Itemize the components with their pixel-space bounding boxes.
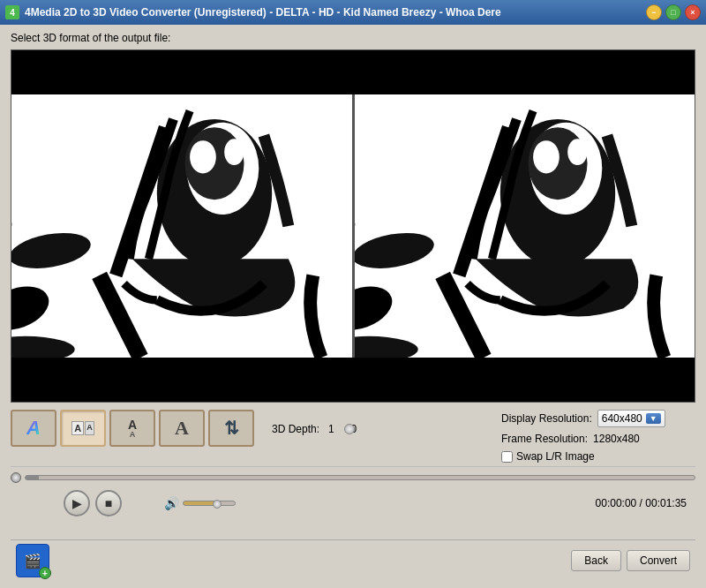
stop-button[interactable]: ■ [95,490,122,516]
swap-lr-label: Swap L/R Image [516,450,595,463]
display-resolution-dropdown[interactable]: 640x480 ▼ [597,410,665,427]
playback-controls: ▶ ■ 🔊 00:00:00 / 00:01:35 [11,486,695,520]
format-buttons-group: A AA A A A [11,410,357,447]
bottom-bar: 🎬 + Back Convert [11,539,695,581]
stop-icon: ■ [105,496,112,510]
format-and-settings: A AA A A A [11,410,695,463]
video-frames [11,94,695,358]
depth-control: 3D Depth: 1 10 [265,423,357,435]
maximize-icon: □ [671,8,675,17]
video-container [11,49,695,403]
volume-icon: 🔊 [164,496,179,510]
frame-resolution-value: 1280x480 [593,433,640,445]
display-resolution-row: Display Resolution: 640x480 ▼ [501,410,692,427]
window-controls: − □ × [646,4,701,20]
film-icon: 🎬 [24,553,41,569]
main-content: Select 3D format of the output file: [0,25,706,588]
play-button[interactable]: ▶ [64,490,90,516]
svg-point-4 [190,140,216,173]
display-resolution-value: 640x480 [602,412,642,425]
format-btn-anaglyph-color[interactable]: A [11,410,56,447]
add-file-button[interactable]: 🎬 + [16,544,49,577]
bottom-black-bar [11,358,695,402]
back-button[interactable]: Back [571,550,621,571]
display-resolution-label: Display Resolution: [501,412,592,425]
format-btn-anaglyph-bw[interactable]: A [159,410,205,447]
anaglyph-bw-icon: A [175,417,189,440]
right-video-frame [352,94,695,358]
minimize-button[interactable]: − [646,4,662,20]
controls-section: A AA A A A [11,403,695,524]
play-icon: ▶ [72,496,82,510]
anaglyph-color-icon: A [26,417,41,440]
depth-label: 3D Depth: [272,423,319,435]
window-title: 4Media 2D to 3D Video Converter (Unregis… [25,6,646,19]
svg-point-16 [533,140,560,173]
title-bar: 4 4Media 2D to 3D Video Converter (Unreg… [0,0,706,25]
volume-slider[interactable] [183,501,236,506]
minimize-icon: − [651,8,656,17]
right-settings: Display Resolution: 640x480 ▼ Frame Reso… [501,410,695,463]
side-by-side-icon: AA [71,421,94,435]
convert-button[interactable]: Convert [627,550,690,571]
svg-point-17 [567,139,587,165]
time-current: 00:00:00 [596,497,637,509]
time-separator: / [636,497,645,509]
depth-slider-thumb[interactable] [344,424,355,434]
close-icon: × [690,8,695,17]
frame-resolution-row: Frame Resolution: 1280x480 [501,433,692,445]
add-icon: + [39,567,51,579]
volume-slider-thumb[interactable] [213,500,222,509]
depth-min-value: 1 [328,423,334,435]
format-btn-side-by-side[interactable]: AA [60,410,106,447]
time-display: 00:00:00 / 00:01:35 [596,497,687,509]
playback-buttons: ▶ ■ [64,490,122,516]
dropdown-arrow-icon: ▼ [646,413,661,424]
seek-position-indicator [11,472,21,483]
playback-section: ▶ ■ 🔊 00:00:00 / 00:01:35 [11,471,695,520]
maximize-button[interactable]: □ [665,4,681,20]
app-icon: 4 [5,5,19,19]
left-video-frame [11,94,352,358]
format-btn-swap[interactable]: ⇅ [208,410,254,447]
seek-bar[interactable] [25,475,695,480]
instruction-label: Select 3D format of the output file: [11,32,695,44]
volume-section: 🔊 [164,496,236,510]
swap-icon: ⇅ [224,418,239,439]
swap-lr-row: Swap L/R Image [501,450,692,463]
seek-bar-container [11,472,695,483]
controls-divider [11,466,695,467]
swap-lr-checkbox[interactable] [501,451,513,463]
svg-point-5 [224,139,244,165]
frame-resolution-label: Frame Resolution: [501,433,588,445]
time-total: 00:01:35 [645,497,687,509]
top-black-bar [11,50,695,94]
format-btn-anaglyph-half[interactable]: A A [109,410,155,447]
anaglyph-half-icon: A A [128,418,137,439]
close-button[interactable]: × [685,4,701,20]
